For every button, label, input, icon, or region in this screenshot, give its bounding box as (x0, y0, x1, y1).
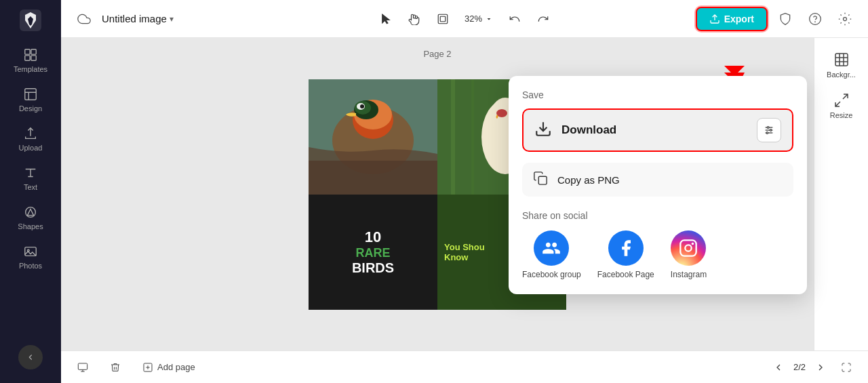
add-page-button[interactable]: Add page (137, 359, 201, 376)
svg-point-42 (692, 243, 694, 245)
svg-rect-39 (538, 176, 547, 184)
download-settings-button[interactable] (757, 118, 781, 142)
sidebar-item-photos[interactable]: Photos (0, 237, 61, 277)
canvas-area: Page 2 (61, 38, 868, 350)
facebook-group-label: Facebook group (522, 270, 581, 281)
document-title-area[interactable]: Untitled image ▾ (102, 13, 174, 24)
svg-point-22 (360, 104, 364, 108)
svg-rect-31 (835, 54, 848, 66)
settings-icon-button[interactable] (833, 7, 857, 31)
help-icon-button[interactable] (803, 7, 827, 31)
svg-rect-9 (438, 14, 448, 24)
svg-rect-40 (681, 240, 696, 256)
document-title: Untitled image (102, 13, 167, 24)
download-label: Download (561, 123, 757, 137)
svg-point-12 (810, 13, 821, 24)
redo-button[interactable] (531, 7, 555, 31)
undo-button[interactable] (502, 7, 527, 31)
toolbar-center-controls: 32% (374, 7, 555, 31)
select-tool-button[interactable] (374, 7, 398, 31)
main-content: Untitled image ▾ 32 (61, 0, 868, 383)
panel-item-resize[interactable]: Resize (818, 87, 865, 125)
sidebar-item-templates[interactable]: Templates (0, 41, 61, 80)
export-button[interactable]: Export (696, 7, 768, 31)
right-panel: Backgr... Resize (814, 38, 868, 350)
thumbnail-view-button[interactable] (72, 359, 94, 376)
instagram-icon (671, 230, 706, 266)
shield-icon-button[interactable] (773, 7, 797, 31)
bottom-left-controls: Add page (72, 359, 758, 376)
svg-point-36 (767, 127, 769, 129)
fit-to-screen-button[interactable] (835, 359, 857, 376)
svg-rect-1 (25, 49, 30, 54)
instagram-button[interactable]: Instagram (671, 230, 707, 281)
copy-as-png-label: Copy as PNG (557, 174, 620, 186)
hand-tool-button[interactable] (402, 7, 427, 31)
facebook-page-icon (608, 230, 644, 266)
toolbar-right: Export (696, 7, 857, 31)
save-cloud-button[interactable] (72, 7, 96, 31)
duck-image (309, 79, 437, 195)
facebook-page-button[interactable]: Facebook Page (597, 230, 654, 281)
social-icons-container: Facebook group Facebook Page (522, 230, 793, 281)
svg-point-37 (770, 129, 772, 132)
instagram-label: Instagram (671, 270, 707, 281)
facebook-group-button[interactable]: Facebook group (522, 230, 581, 281)
sidebar: Templates Design Upload Text Shapes (0, 0, 61, 383)
title-dropdown-icon: ▾ (170, 14, 174, 24)
download-button[interactable]: Download (522, 108, 793, 152)
svg-point-38 (766, 132, 768, 134)
page-label: Page 2 (423, 49, 451, 59)
svg-rect-3 (25, 56, 30, 60)
frame-tool-button[interactable] (431, 7, 455, 31)
zoom-control[interactable]: 32% (459, 11, 498, 26)
svg-rect-5 (25, 89, 37, 100)
share-section-title: Share on social (522, 210, 793, 221)
svg-point-14 (844, 17, 847, 20)
next-page-button[interactable] (811, 358, 830, 377)
svg-point-41 (686, 245, 692, 251)
svg-rect-4 (31, 56, 36, 60)
panel-item-background[interactable]: Backgr... (818, 46, 865, 84)
birds-label-left: 10 RARE BIRDS (309, 195, 437, 310)
sidebar-item-upload[interactable]: Upload (0, 119, 61, 159)
svg-rect-43 (78, 363, 87, 369)
copy-icon (533, 171, 548, 188)
page-indicator: 2/2 (793, 362, 806, 372)
app-logo[interactable] (17, 7, 44, 34)
prev-page-button[interactable] (769, 358, 788, 377)
toolbar: Untitled image ▾ 32 (61, 0, 868, 38)
sidebar-item-text[interactable]: Text (0, 159, 61, 198)
bottom-bar: Add page 2/2 (61, 350, 868, 383)
svg-rect-30 (471, 79, 474, 195)
copy-as-png-button[interactable]: Copy as PNG (522, 163, 793, 197)
export-panel: Save Download (509, 76, 807, 294)
save-section-title: Save (522, 89, 793, 100)
delete-page-button[interactable] (104, 359, 126, 376)
download-icon (534, 120, 552, 140)
facebook-page-label: Facebook Page (597, 270, 654, 281)
bottom-right-controls: 2/2 (769, 358, 857, 377)
svg-rect-2 (31, 49, 36, 54)
sidebar-item-design[interactable]: Design (0, 80, 61, 119)
sidebar-item-shapes[interactable]: Shapes (0, 198, 61, 237)
svg-rect-10 (440, 16, 446, 22)
facebook-group-icon (534, 230, 569, 266)
svg-rect-29 (451, 79, 455, 195)
sidebar-collapse-button[interactable] (18, 345, 43, 369)
